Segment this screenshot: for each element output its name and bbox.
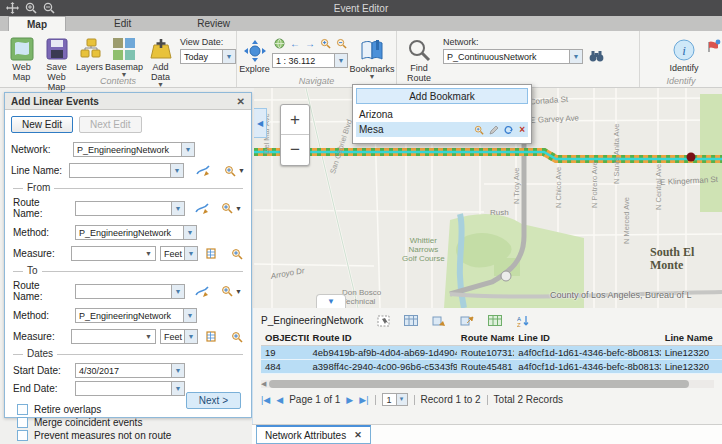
end-date-input[interactable]: ▼ bbox=[75, 381, 185, 396]
prev-page-icon[interactable]: ◀ bbox=[276, 395, 283, 405]
from-unit-select[interactable]: Feet▼ bbox=[160, 246, 198, 261]
total-records-label: Total 2 Records bbox=[494, 394, 563, 405]
collapse-table-arrow[interactable]: ▼ bbox=[316, 294, 346, 308]
table-row[interactable]: 194eb9419b-af9b-4d04-ab69-1d490476802bRo… bbox=[261, 346, 722, 360]
close-tab-icon[interactable]: ✕ bbox=[354, 430, 362, 440]
zoom-out-icon[interactable] bbox=[43, 2, 55, 14]
zoom-in-icon[interactable] bbox=[25, 2, 37, 14]
zoom-menu-icon[interactable]: ▼ bbox=[221, 285, 242, 297]
first-page-icon[interactable]: |◀ bbox=[261, 395, 270, 405]
forward-arrow-icon[interactable]: → bbox=[305, 39, 315, 49]
start-date-input[interactable]: 4/30/2017▼ bbox=[75, 363, 185, 378]
measure-on-map-icon[interactable] bbox=[206, 330, 219, 343]
from-measure-input[interactable]: ▼ bbox=[71, 246, 156, 261]
next-button[interactable]: Next > bbox=[186, 392, 241, 409]
page-select[interactable]: 1▼ bbox=[382, 393, 408, 406]
zoom-icon[interactable] bbox=[231, 248, 243, 260]
map-zoom-out-button[interactable]: − bbox=[281, 135, 309, 165]
map-zoom-in-button[interactable]: + bbox=[281, 105, 309, 135]
binoculars-icon[interactable] bbox=[589, 50, 604, 63]
select-route-on-map-icon[interactable] bbox=[195, 285, 209, 298]
table-options-icon[interactable] bbox=[403, 313, 419, 328]
table-row[interactable]: 484a398ff4c-2940-4c00-96b6-c5343f9f1711R… bbox=[261, 360, 722, 374]
next-edit-button[interactable]: Next Edit bbox=[79, 116, 142, 133]
measure-on-map-icon[interactable] bbox=[206, 247, 219, 260]
edit-bookmark-icon[interactable] bbox=[489, 125, 498, 135]
last-page-icon[interactable]: ▶| bbox=[359, 395, 368, 405]
line-name-select[interactable]: ▼ bbox=[69, 163, 184, 178]
globe-icon[interactable] bbox=[274, 38, 285, 49]
tab-map[interactable]: Map bbox=[8, 16, 66, 31]
pan-icon[interactable] bbox=[6, 2, 19, 14]
line-name-label: Line Name: bbox=[11, 165, 65, 176]
table-horizontal-scrollbar[interactable]: ◀ bbox=[261, 380, 714, 388]
map-scale-select[interactable]: 1 : 36.112 ▼ bbox=[272, 53, 348, 68]
network-select[interactable]: P_ContinuousNetwork ▼ bbox=[443, 49, 583, 64]
add-bookmark-button[interactable]: Add Bookmark bbox=[356, 88, 528, 104]
zoom-to-bookmark-icon[interactable] bbox=[474, 125, 484, 135]
explore-button[interactable]: Explore bbox=[237, 35, 272, 75]
zoom-to-selection-icon[interactable] bbox=[431, 313, 447, 328]
from-route-select[interactable]: ▼ bbox=[75, 201, 185, 216]
flag-icon[interactable] bbox=[706, 39, 722, 57]
tab-network-attributes[interactable]: Network Attributes ✕ bbox=[256, 425, 371, 444]
table-header-cell[interactable]: OBJECTID bbox=[261, 331, 309, 345]
chevron-down-icon: ▼ bbox=[171, 382, 184, 395]
collapse-panel-arrow[interactable]: ◀ bbox=[254, 108, 267, 138]
save-web-map-button[interactable]: Save Web Map ▼ bbox=[39, 35, 74, 99]
zoom-icon[interactable] bbox=[231, 331, 243, 343]
next-page-icon[interactable]: ▶ bbox=[346, 395, 353, 405]
merge-coincident-checkbox[interactable]: Merge coincident events bbox=[17, 417, 245, 428]
table-header-cell[interactable]: Route ID bbox=[309, 331, 457, 345]
prevent-measures-checkbox[interactable]: Prevent measures not on route bbox=[17, 430, 245, 441]
tab-edit[interactable]: Edit bbox=[96, 16, 149, 31]
refresh-bookmark-icon[interactable] bbox=[503, 125, 514, 135]
bookmarks-button[interactable]: Bookmarks ▼ bbox=[348, 35, 396, 81]
layers-button[interactable]: Layers bbox=[74, 35, 105, 73]
find-route-button[interactable]: Find Route bbox=[397, 35, 441, 84]
zoom-menu-icon[interactable]: ▼ bbox=[224, 165, 245, 177]
network-label: Network: bbox=[443, 37, 611, 47]
map-attribution: County of Los Angeles, Bureau of L bbox=[550, 290, 692, 300]
from-method-select[interactable]: P_EngineeringNetwork▼ bbox=[75, 225, 197, 240]
method-label: Method: bbox=[13, 227, 71, 238]
tab-review[interactable]: Review bbox=[179, 16, 248, 31]
bookmark-item-arizona[interactable]: Arizona bbox=[356, 107, 528, 122]
ribbon: Web Map Save Web Map ▼ Layers Basemap ▼ … bbox=[0, 31, 722, 88]
select-route-on-map-icon[interactable] bbox=[195, 202, 209, 215]
zoom-out-icon[interactable] bbox=[336, 38, 347, 49]
bookmark-item-mesa[interactable]: Mesa × bbox=[356, 122, 528, 137]
map-label: Don Bosco Technical bbox=[342, 288, 381, 306]
table-header-cell[interactable]: Line ID bbox=[514, 331, 660, 345]
new-edit-button[interactable]: New Edit bbox=[11, 116, 73, 133]
panel-network-select[interactable]: P_EngineeringNetwork▼ bbox=[73, 142, 195, 157]
sort-icon[interactable]: AZ bbox=[515, 313, 531, 328]
table-cell: a398ff4c-2940-4c00-96b6-c5343f9f1711 bbox=[309, 360, 457, 373]
back-arrow-icon[interactable]: ← bbox=[290, 39, 300, 49]
chevron-down-icon: ▼ bbox=[171, 285, 184, 298]
view-date-select[interactable]: Today ▼ bbox=[180, 49, 236, 64]
table-cell: Route45481 bbox=[457, 360, 514, 373]
map-zoom-control: + − bbox=[280, 104, 310, 166]
to-method-select[interactable]: P_EngineeringNetwork▼ bbox=[75, 308, 197, 323]
attribute-table: OBJECTIDRoute IDRoute NameLine IDLine Na… bbox=[261, 331, 722, 374]
pan-to-selection-icon[interactable] bbox=[459, 313, 475, 328]
chevron-down-icon: ▼ bbox=[171, 364, 184, 377]
zoom-menu-icon[interactable]: ▼ bbox=[221, 202, 242, 214]
chevron-down-icon: ▼ bbox=[183, 309, 196, 322]
basemap-button[interactable]: Basemap ▼ bbox=[105, 35, 143, 79]
table-header-cell[interactable]: Route Name bbox=[457, 331, 514, 345]
add-linear-events-panel: Add Linear Events ✕ New Edit Next Edit N… bbox=[4, 92, 252, 418]
to-route-select[interactable]: ▼ bbox=[75, 284, 185, 299]
select-records-icon[interactable] bbox=[375, 313, 391, 328]
table-header-cell[interactable]: Line Name bbox=[661, 331, 722, 345]
delete-bookmark-icon[interactable]: × bbox=[519, 122, 525, 137]
group-label-identify: Identify bbox=[640, 76, 722, 86]
to-unit-select[interactable]: Feet▼ bbox=[160, 329, 198, 344]
switch-selection-icon[interactable] bbox=[487, 313, 503, 328]
select-line-on-map-icon[interactable] bbox=[196, 164, 210, 177]
close-icon[interactable]: ✕ bbox=[237, 96, 245, 107]
zoom-in-icon[interactable] bbox=[320, 38, 331, 49]
identify-button[interactable]: i Identify bbox=[662, 35, 706, 74]
to-measure-input[interactable]: ▼ bbox=[71, 329, 156, 344]
